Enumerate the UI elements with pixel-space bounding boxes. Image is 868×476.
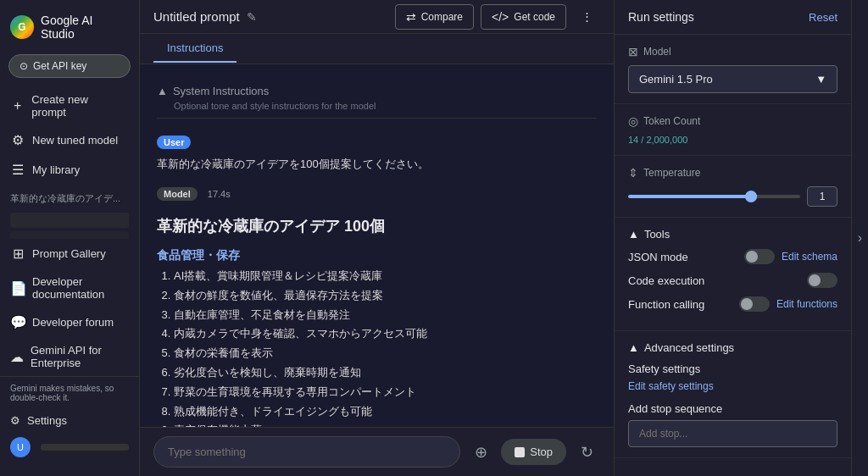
- temperature-section: ⇕ Temperature 1: [615, 156, 851, 218]
- temp-label: ⇕ Temperature: [628, 166, 837, 180]
- list-item: 熟成機能付き、ドライエイジングも可能: [174, 403, 597, 421]
- panel-title: Run settings: [628, 10, 694, 24]
- panel-expand-button[interactable]: ›: [851, 0, 868, 476]
- footer-disclaimer: Gemini makes mistakes, so double-check i…: [10, 384, 129, 402]
- model-response-time: 17.4s: [208, 189, 231, 199]
- token-icon: ◎: [628, 114, 638, 128]
- compare-button[interactable]: ⇄ Compare: [395, 4, 474, 30]
- code-execution-label: Code execution: [628, 274, 704, 287]
- history-item-1[interactable]: 革新的な冷蔵庫のアイデ...: [0, 188, 139, 209]
- edit-title-icon[interactable]: ✎: [247, 10, 257, 24]
- safety-settings-container: Safety settings Edit safety settings: [628, 363, 837, 392]
- system-instructions-panel: ▲ System Instructions Optional tone and …: [157, 78, 597, 119]
- model-badge: Model: [157, 187, 198, 201]
- list-item: 劣化度合いを検知し、廃棄時期を通知: [174, 364, 597, 382]
- panel-header: Run settings Reset: [615, 0, 851, 35]
- user-name-placeholder: [41, 444, 129, 451]
- stop-sequence-label: Add stop sequence: [628, 402, 837, 415]
- code-execution-right: [807, 273, 837, 288]
- model-select[interactable]: Gemini 1.5 Pro ▼: [628, 65, 837, 93]
- page-title: Untitled prompt: [153, 9, 240, 24]
- function-calling-row: Function calling Edit functions: [628, 296, 837, 312]
- collapse-icon: ▲: [157, 85, 168, 97]
- list-item: 野菜の生育環境を再現する専用コンパートメント: [174, 384, 597, 401]
- edit-safety-link[interactable]: Edit safety settings: [628, 380, 837, 392]
- temperature-slider[interactable]: [628, 195, 800, 198]
- stop-button[interactable]: Stop: [501, 439, 566, 465]
- sidebar-item-my-library[interactable]: ☰ My library: [0, 155, 132, 185]
- edit-functions-link[interactable]: Edit functions: [776, 298, 837, 310]
- tab-instructions[interactable]: Instructions: [153, 35, 236, 63]
- code-execution-toggle-thumb: [809, 274, 821, 286]
- stop-sequence-input[interactable]: [628, 420, 837, 447]
- sidebar-logo: G Google AI Studio: [0, 7, 139, 51]
- get-code-button[interactable]: </> Get code: [481, 4, 566, 30]
- user-profile[interactable]: U: [10, 432, 129, 462]
- stop-label: Stop: [530, 446, 553, 458]
- json-mode-right: Edit schema: [744, 249, 837, 264]
- sidebar-item-create-prompt[interactable]: + Create new prompt: [0, 86, 132, 125]
- model-label: ⊠ Model: [628, 45, 837, 58]
- function-calling-toggle[interactable]: [739, 296, 770, 312]
- list-item: 食材の鮮度を数値化、最適保存方法を提案: [174, 287, 597, 305]
- model-section: ⊠ Model Gemini 1.5 Pro ▼: [615, 35, 851, 104]
- user-message: User 革新的な冷蔵庫のアイデアを100個提案してください。: [157, 136, 597, 177]
- settings-icon: ⚙: [10, 414, 20, 427]
- tools-label: Tools: [644, 228, 670, 241]
- more-options-button[interactable]: ⋮: [573, 3, 600, 30]
- function-calling-toggle-thumb: [741, 298, 753, 310]
- plus-icon: +: [10, 98, 25, 113]
- tools-section: ▲ Tools JSON mode Edit schema Code execu…: [615, 218, 851, 331]
- history-item-3[interactable]: [10, 231, 129, 239]
- user-message-content: 革新的な冷蔵庫のアイデアを100個提案してください。: [157, 152, 597, 177]
- sidebar-item-dev-forum[interactable]: 💬 Developer forum: [0, 307, 132, 337]
- get-api-key-button[interactable]: ⊙ Get API key: [8, 54, 131, 78]
- sidebar-item-gemini-enterprise[interactable]: ☁ Gemini API for Enterprise: [0, 337, 132, 376]
- model-icon: ⊠: [628, 45, 638, 58]
- list-item: 食材の栄養価を表示: [174, 345, 597, 363]
- sidebar-item-dev-docs[interactable]: 📄 Developer documentation: [0, 268, 132, 307]
- model-message-content: 革新的な冷蔵庫のアイデア 100個 食品管理・保存 AI搭載、賞味期限管理＆レシ…: [157, 204, 597, 427]
- sidebar-history: 革新的な冷蔵庫のアイデ...: [0, 185, 139, 239]
- chat-input[interactable]: [153, 436, 460, 468]
- api-key-icon: ⊙: [19, 60, 28, 72]
- token-max: 2,000,000: [646, 135, 687, 145]
- add-attachment-button[interactable]: ⊕: [467, 439, 494, 466]
- section1-header: 食品管理・保存: [157, 246, 597, 264]
- token-current: 14: [628, 135, 638, 145]
- items-list: AI搭載、賞味期限管理＆レシピ提案冷蔵庫食材の鮮度を数値化、最適保存方法を提案自…: [157, 268, 597, 427]
- stop-icon: [515, 447, 525, 457]
- list-item: 内蔵カメラで中身を確認、スマホからアクセス可能: [174, 325, 597, 343]
- function-calling-label: Function calling: [628, 298, 704, 311]
- system-instructions-toggle[interactable]: ▲ System Instructions: [157, 85, 597, 97]
- json-mode-toggle-thumb: [746, 251, 758, 263]
- list-item: 自動在庫管理、不足食材を自動発注: [174, 307, 597, 324]
- json-mode-toggle[interactable]: [744, 249, 775, 264]
- history-item-2[interactable]: [10, 213, 129, 228]
- sidebar-item-settings[interactable]: ⚙ Settings: [10, 409, 129, 432]
- system-instructions-hint: Optional tone and style instructions for…: [157, 101, 597, 111]
- sidebar-item-new-tuned[interactable]: ⚙ New tuned model: [0, 125, 132, 155]
- docs-icon: 📄: [10, 280, 25, 296]
- model-dropdown-icon: ▼: [815, 73, 826, 86]
- code-icon: </>: [492, 10, 509, 24]
- tools-header[interactable]: ▲ Tools: [628, 228, 837, 241]
- library-icon: ☰: [10, 162, 25, 178]
- refresh-button[interactable]: ↻: [573, 439, 600, 466]
- chat-area: ▲ System Instructions Optional tone and …: [140, 64, 614, 427]
- json-mode-label: JSON mode: [628, 251, 688, 263]
- code-execution-toggle[interactable]: [807, 273, 837, 288]
- user-avatar: U: [10, 437, 31, 457]
- sidebar-item-prompt-gallery[interactable]: ⊞ Prompt Gallery: [0, 239, 132, 268]
- code-execution-row: Code execution: [628, 273, 837, 288]
- sidebar-footer: Gemini makes mistakes, so double-check i…: [0, 376, 139, 469]
- sidebar-app-title: Google AI Studio: [41, 14, 129, 41]
- advanced-header[interactable]: ▲ Advanced settings: [628, 341, 837, 354]
- reset-button[interactable]: Reset: [809, 11, 837, 24]
- edit-schema-link[interactable]: Edit schema: [782, 251, 837, 263]
- system-instructions-label: System Instructions: [173, 85, 269, 97]
- stop-sequence-container: Add stop sequence: [628, 402, 837, 447]
- advanced-collapse-icon: ▲: [628, 341, 639, 354]
- temp-slider-thumb: [745, 191, 757, 202]
- token-label: ◎ Token Count: [628, 114, 837, 128]
